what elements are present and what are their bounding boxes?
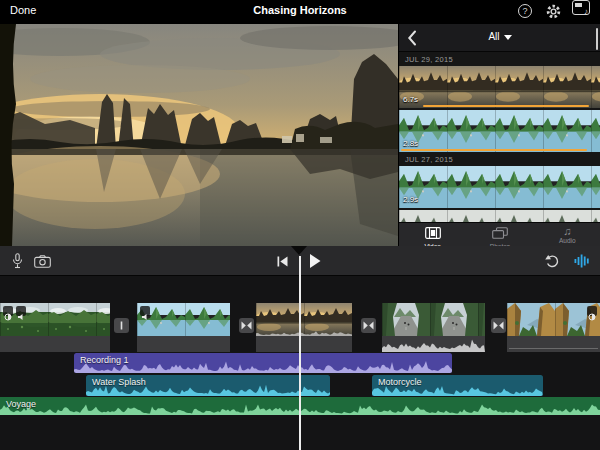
muted-speaker-icon: [140, 306, 150, 316]
media-date-header: JUL 27, 2015: [399, 152, 600, 166]
music-note-icon: ♪: [584, 7, 588, 16]
media-type-tabbar: Video Photos ♫ Audio: [399, 222, 600, 246]
transition-dissolve-button[interactable]: [361, 318, 376, 333]
sunset-lake-preview-image: [0, 24, 398, 246]
playhead-line: [299, 256, 301, 450]
timeline-clip-cliffs[interactable]: [507, 303, 600, 336]
play-button-icon[interactable]: [310, 254, 321, 268]
chevron-down-icon: [504, 35, 512, 40]
skip-to-start-icon[interactable]: [276, 255, 289, 268]
gray-mountain-thumbnails: [399, 210, 600, 222]
photos-icon: [492, 227, 508, 239]
timeline-clip-road[interactable]: [382, 303, 485, 336]
used-in-project-indicator: [423, 105, 589, 107]
media-library-icon[interactable]: ♪: [572, 0, 590, 15]
microphone-icon[interactable]: [12, 253, 23, 269]
timeline-clip-sunset[interactable]: [256, 303, 352, 336]
clip-audio-strip: [0, 336, 110, 352]
muted-speaker-icon: [16, 306, 26, 316]
settings-gear-icon[interactable]: [546, 4, 561, 19]
tab-audio[interactable]: ♫ Audio: [534, 223, 600, 246]
transition-dissolve-button[interactable]: [239, 318, 254, 333]
mountain-thumbnails: [399, 166, 600, 208]
playhead-notch: [291, 246, 307, 255]
clip-duration-label: 2.9s: [403, 195, 418, 204]
media-filter-dropdown[interactable]: All: [399, 31, 600, 42]
audio-track-motorcycle[interactable]: Motorcycle: [372, 375, 543, 396]
clip-duration-label: 6.7s: [403, 95, 418, 104]
mountain-thumbnails: [399, 110, 600, 152]
video-preview-viewer[interactable]: [0, 24, 398, 246]
audio-waveform: [372, 384, 543, 396]
transition-none-button[interactable]: [114, 318, 129, 333]
project-title: Chasing Horizons: [0, 4, 600, 16]
undo-icon[interactable]: [545, 254, 561, 268]
filter-applied-icon: [587, 306, 597, 316]
audio-waveform: [74, 360, 452, 373]
panel-scrollbar[interactable]: [596, 28, 598, 50]
media-library-icon-frame: [575, 3, 582, 7]
music-note-icon: ♫: [534, 225, 600, 237]
cross-dissolve-icon: [239, 318, 254, 333]
media-date-header: JUL 29, 2015: [399, 52, 600, 66]
video-thumbnail-strip-mountains[interactable]: 2.8s: [399, 110, 600, 152]
clip-audio-strip: [507, 336, 600, 352]
clip-audio-strip: [256, 336, 352, 352]
clip-waveform: [382, 338, 485, 352]
imovie-app-window: Done Chasing Horizons ? ♪: [0, 0, 600, 450]
audio-waveform: [86, 383, 330, 396]
film-icon: [425, 227, 441, 239]
audio-track-recording[interactable]: Recording 1: [74, 353, 452, 373]
clip-audio-strip: [382, 336, 485, 352]
audio-track-water-splash[interactable]: Water Splash: [86, 375, 330, 396]
clip-audio-strip: [137, 336, 230, 352]
clip-duration-label: 2.8s: [403, 139, 418, 148]
tab-video[interactable]: Video: [399, 223, 466, 246]
filter-applied-icon: [3, 306, 13, 316]
transition-dissolve-button[interactable]: [491, 318, 506, 333]
top-navigation-bar: Done Chasing Horizons ? ♪: [0, 0, 600, 24]
camera-icon[interactable]: [34, 255, 51, 268]
silent-audio-line: [509, 348, 598, 349]
no-transition-icon: [114, 318, 129, 333]
tab-photos[interactable]: Photos: [466, 223, 533, 246]
help-icon[interactable]: ?: [518, 4, 532, 18]
timeline-clip-valley[interactable]: [0, 303, 110, 336]
sunset-thumbnails: [399, 66, 600, 108]
media-panel-header: All: [399, 24, 600, 52]
audio-waveform-icon[interactable]: [574, 254, 590, 268]
media-browser-panel[interactable]: All JUL 29, 2015 6.7s 2.8s JUL 27, 2015 …: [398, 24, 600, 246]
video-thumbnail-strip-mountains-2[interactable]: 2.9s: [399, 166, 600, 208]
timeline-clip-mountains[interactable]: [137, 303, 230, 336]
tab-audio-label: Audio: [534, 237, 600, 244]
video-thumbnail-strip-gray[interactable]: [399, 210, 600, 222]
used-in-project-indicator: [401, 149, 587, 151]
video-thumbnail-strip-sunset[interactable]: 6.7s: [399, 66, 600, 108]
cross-dissolve-icon: [491, 318, 506, 333]
cross-dissolve-icon: [361, 318, 376, 333]
